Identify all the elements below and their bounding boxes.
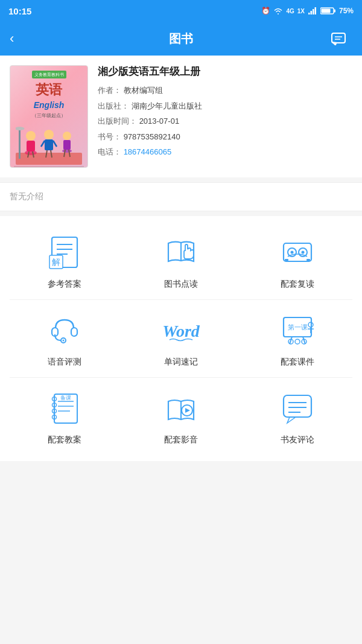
phone-label: 电话： xyxy=(98,147,121,156)
voice-label: 语音评测 xyxy=(48,357,81,368)
battery-percent: 75% xyxy=(339,7,354,15)
svg-text:备课: 备课 xyxy=(60,395,71,401)
lesson-icon: 备课 xyxy=(44,387,85,429)
publisher-label: 出版社： xyxy=(98,101,129,110)
word-label: 单词速记 xyxy=(164,357,198,368)
cover-illustration xyxy=(14,123,84,165)
wifi-icon xyxy=(273,7,283,15)
svg-rect-17 xyxy=(45,139,53,150)
svg-point-38 xyxy=(291,251,294,254)
grid-item-reading[interactable]: 图书点读 xyxy=(123,232,238,290)
book-details: 湘少版英语五年级上册 作者： 教材编写组 出版社： 湖南少年儿童出版社 出版时间… xyxy=(98,65,352,168)
review-icon xyxy=(277,232,318,273)
svg-line-18 xyxy=(41,141,45,147)
book-phone-row: 电话： 18674466065 xyxy=(98,146,352,158)
book-description: 暂无介绍 xyxy=(0,182,362,211)
grid-item-answers[interactable]: 解 参考答案 xyxy=(7,232,122,290)
svg-rect-27 xyxy=(19,129,21,159)
courseware-label: 配套课件 xyxy=(281,357,314,368)
grid-item-word[interactable]: Word 单词速记 xyxy=(123,310,238,368)
book-info-section: 义务教育教科书 英语 English （三年级起点） xyxy=(0,56,362,177)
audio-icon xyxy=(160,387,202,429)
svg-line-19 xyxy=(53,141,57,147)
grid-item-courseware[interactable]: 第一课 配套课件 xyxy=(240,310,355,368)
svg-rect-10 xyxy=(16,153,82,165)
cover-badge: 义务教育教科书 xyxy=(32,71,66,78)
author-label: 作者： xyxy=(98,86,121,95)
header: ‹ 图书 xyxy=(0,22,362,56)
comments-label: 书友评论 xyxy=(281,435,314,445)
svg-marker-69 xyxy=(185,408,190,413)
book-cover: 义务教育教科书 英语 English （三年级起点） xyxy=(10,65,88,168)
grid-item-lesson[interactable]: 备课 配套教案 xyxy=(7,387,122,445)
page-title: 图书 xyxy=(31,31,331,47)
svg-point-16 xyxy=(44,130,54,139)
cover-title-cn: 英语 xyxy=(36,81,62,99)
cover-title-en: English xyxy=(34,100,65,110)
status-time: 10:15 xyxy=(8,6,31,16)
message-button[interactable] xyxy=(331,32,352,45)
svg-point-22 xyxy=(63,132,71,140)
signal-bars-icon xyxy=(308,7,317,15)
svg-point-28 xyxy=(16,127,25,130)
grid-item-review[interactable]: 配套复读 xyxy=(240,232,355,290)
reading-icon xyxy=(160,232,202,273)
book-name: 湘少版英语五年级上册 xyxy=(98,65,352,78)
grid-item-comments[interactable]: 书友评论 xyxy=(240,387,355,445)
grid-row-3: 备课 配套教案 配套影音 xyxy=(0,378,362,455)
svg-text:解: 解 xyxy=(52,257,60,267)
svg-text:第一课: 第一课 xyxy=(288,324,308,331)
cover-grade: 五年级 上册 xyxy=(14,166,84,168)
svg-rect-0 xyxy=(308,13,310,14)
svg-point-53 xyxy=(295,339,300,344)
description-text: 暂无介绍 xyxy=(10,191,43,201)
signal-1x-icon: 1X xyxy=(297,8,305,14)
grid-item-audio[interactable]: 配套影音 xyxy=(123,387,238,445)
book-date-row: 出版时间： 2013-07-01 xyxy=(98,115,352,127)
book-phone-link[interactable]: 18674466065 xyxy=(124,147,172,156)
date-label: 出版时间： xyxy=(98,116,137,126)
alarm-icon: ⏰ xyxy=(261,7,270,15)
svg-rect-70 xyxy=(284,395,311,417)
svg-rect-7 xyxy=(332,33,345,43)
svg-rect-23 xyxy=(63,140,71,150)
grid-row-2: 语音评测 Word 单词速记 第一课 xyxy=(0,300,362,377)
back-button[interactable]: ‹ xyxy=(10,31,31,46)
status-icons: ⏰ 4G 1X 75% xyxy=(261,7,354,15)
svg-line-50 xyxy=(290,337,292,344)
svg-rect-1 xyxy=(310,11,312,14)
svg-rect-2 xyxy=(313,9,314,14)
svg-rect-44 xyxy=(71,328,77,336)
book-author: 教材编写组 xyxy=(124,86,163,95)
svg-line-51 xyxy=(303,337,305,344)
svg-point-46 xyxy=(62,340,64,342)
book-isbn: 9787535892140 xyxy=(124,132,180,141)
svg-rect-12 xyxy=(27,141,35,151)
book-date: 2013-07-01 xyxy=(139,116,180,126)
voice-icon xyxy=(44,310,85,351)
svg-rect-41 xyxy=(285,259,288,261)
audio-label: 配套影音 xyxy=(164,435,198,445)
battery-icon xyxy=(320,7,336,15)
svg-point-13 xyxy=(25,150,37,155)
courseware-icon: 第一课 xyxy=(277,310,318,351)
grid-item-voice[interactable]: 语音评测 xyxy=(7,310,122,368)
grid-row-1: 解 参考答案 图书点读 xyxy=(0,222,362,299)
cover-subtitle: （三年级起点） xyxy=(32,112,66,119)
svg-rect-42 xyxy=(306,259,310,261)
word-icon: Word xyxy=(160,310,202,351)
svg-text:Word: Word xyxy=(162,322,200,340)
signal-4g-icon: 4G xyxy=(286,8,294,14)
answers-label: 参考答案 xyxy=(48,279,81,290)
svg-rect-3 xyxy=(314,7,316,14)
status-bar: 10:15 ⏰ 4G 1X 75% xyxy=(0,0,362,22)
comments-icon xyxy=(277,387,318,429)
reading-label: 图书点读 xyxy=(164,279,198,290)
svg-rect-5 xyxy=(334,10,335,13)
answers-icon: 解 xyxy=(44,232,85,273)
book-publisher: 湖南少年儿童出版社 xyxy=(132,101,202,110)
book-isbn-row: 书号： 9787535892140 xyxy=(98,131,352,143)
review-label: 配套复读 xyxy=(281,279,314,290)
book-publisher-row: 出版社： 湖南少年儿童出版社 xyxy=(98,100,352,112)
book-author-row: 作者： 教材编写组 xyxy=(98,84,352,97)
